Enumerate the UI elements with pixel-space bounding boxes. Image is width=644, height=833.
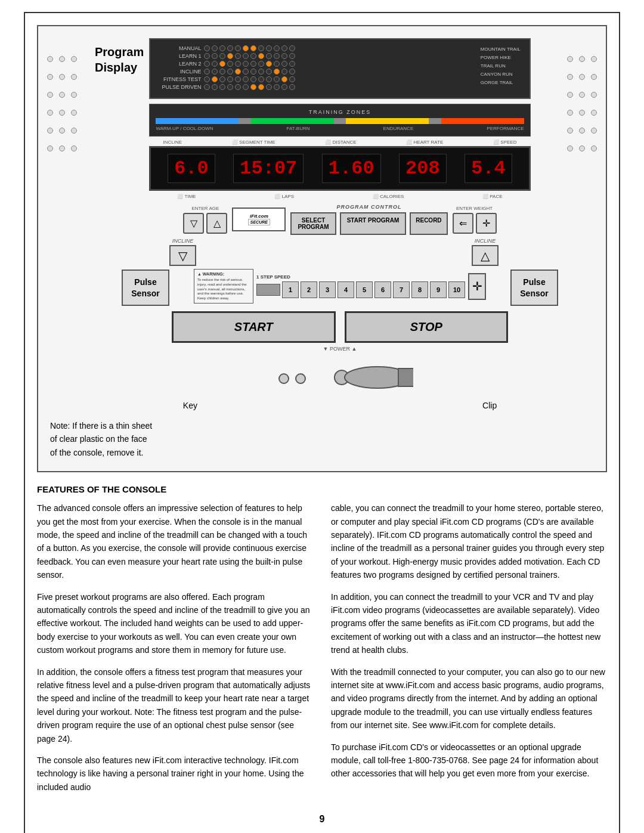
ifit-secure-label: SECURE bbox=[248, 219, 270, 225]
trail-mountain: MOUNTAIN TRAIL bbox=[481, 45, 521, 54]
dot bbox=[266, 84, 272, 90]
dot bbox=[266, 76, 272, 82]
weight-arrows: ⇐ ✛ bbox=[453, 213, 497, 234]
dot-lit bbox=[258, 84, 264, 90]
calories-display: 208 bbox=[399, 154, 447, 183]
speed-btn-10[interactable]: 10 bbox=[448, 281, 465, 298]
outer-dot bbox=[47, 128, 53, 134]
outer-dot bbox=[591, 128, 597, 134]
start-program-button[interactable]: START PROGRAM bbox=[340, 212, 407, 235]
pace-label: ⬜ PACE bbox=[482, 194, 502, 199]
incline-down-button[interactable]: ▽ bbox=[169, 245, 196, 266]
zone-warmup bbox=[156, 118, 239, 124]
outer-dot bbox=[47, 145, 53, 151]
dot bbox=[227, 45, 233, 51]
outer-dot-row bbox=[47, 110, 77, 116]
dot bbox=[266, 53, 272, 59]
dot bbox=[243, 84, 249, 90]
dot bbox=[235, 61, 241, 67]
age-up-button[interactable]: △ bbox=[206, 213, 227, 234]
pace-display: 5.4 bbox=[465, 154, 512, 183]
dot-lit bbox=[227, 53, 233, 59]
select-program-button[interactable]: SELECTPROGRAM bbox=[290, 212, 336, 235]
speed-btn-8[interactable]: 8 bbox=[411, 281, 428, 298]
incline-display: 6.0 bbox=[168, 154, 215, 183]
segment-time-label: ⬜ SEGMENT TIME bbox=[232, 140, 275, 145]
dot bbox=[274, 76, 280, 82]
dot bbox=[212, 69, 218, 75]
outer-dot bbox=[591, 74, 597, 80]
speed-plus-button[interactable]: ✛ bbox=[468, 273, 486, 300]
outer-dot bbox=[579, 56, 585, 62]
outer-dot bbox=[59, 56, 65, 62]
outer-dot bbox=[59, 110, 65, 116]
dot-lit bbox=[212, 76, 218, 82]
zone-performance bbox=[441, 118, 524, 124]
outer-dot bbox=[59, 92, 65, 98]
power-label: ▼ POWER ▲ bbox=[116, 346, 564, 352]
program-row-learn1: LEARN 1 bbox=[159, 53, 469, 59]
outer-dot bbox=[567, 145, 573, 151]
speed-btn-9[interactable]: 9 bbox=[430, 281, 447, 298]
page-container: ProgramDisplay bbox=[24, 12, 620, 833]
clip-label: Clip bbox=[482, 401, 497, 410]
weight-plus-button[interactable]: ✛ bbox=[476, 213, 497, 234]
calories-label: ⬜ CALORIES bbox=[373, 194, 404, 199]
dot bbox=[289, 45, 295, 51]
outer-dot bbox=[591, 56, 597, 62]
program-row-pulse: PULSE DRIVEN bbox=[159, 84, 469, 90]
learn2-dots bbox=[204, 61, 295, 67]
training-zones: TRAINING ZONES WARM-UP / COOL-DOWN FAT-B… bbox=[149, 104, 530, 137]
speed-top-label: ⬜ SPEED bbox=[493, 140, 516, 145]
record-button[interactable]: RECORD bbox=[410, 212, 447, 235]
pulse-sensor-right: PulseSensor bbox=[510, 270, 558, 305]
speed-btn-5[interactable]: 5 bbox=[356, 281, 373, 298]
outer-dot-row bbox=[567, 56, 597, 62]
features-right-p4: To purchase iFit.com CD's or videocasset… bbox=[331, 741, 607, 781]
incline-up-button[interactable]: △ bbox=[472, 245, 499, 266]
dot bbox=[219, 69, 225, 75]
dot bbox=[235, 84, 241, 90]
zone-label-performance: PERFORMANCE bbox=[487, 126, 524, 131]
outer-dot bbox=[47, 92, 53, 98]
speed-flat-button[interactable] bbox=[256, 284, 280, 296]
dot bbox=[250, 53, 256, 59]
outer-dot-row bbox=[47, 128, 77, 134]
outer-dot bbox=[59, 128, 65, 134]
metrics-labels-top: INCLINE ⬜ SEGMENT TIME ⬜ DISTANCE ⬜ HEAR… bbox=[138, 140, 542, 145]
outer-dot-row bbox=[567, 145, 597, 151]
warning-text: To reduce the risk of serious injury, re… bbox=[197, 278, 250, 301]
speed-btn-2[interactable]: 2 bbox=[301, 281, 317, 298]
fitness-dots bbox=[204, 76, 295, 82]
incline-right-label: INCLINE bbox=[475, 238, 496, 244]
dot bbox=[243, 61, 249, 67]
power-dot-left bbox=[278, 373, 289, 384]
dot bbox=[289, 61, 295, 67]
outer-dot-row bbox=[47, 92, 77, 98]
incline-left-label: INCLINE bbox=[172, 238, 194, 244]
speed-btn-4[interactable]: 4 bbox=[338, 281, 354, 298]
speed-btn-3[interactable]: 3 bbox=[319, 281, 336, 298]
start-button[interactable]: START bbox=[172, 311, 336, 343]
dot-lit bbox=[250, 45, 256, 51]
key-clip-svg bbox=[324, 363, 413, 392]
dot bbox=[227, 84, 233, 90]
features-right-p1: cable, you can connect the treadmill to … bbox=[331, 501, 607, 581]
enter-age-section: ENTER AGE ▽ △ bbox=[183, 206, 227, 234]
features-left-p2: Five preset workout programs are also of… bbox=[37, 590, 313, 657]
dot bbox=[219, 84, 225, 90]
speed-btn-7[interactable]: 7 bbox=[393, 281, 410, 298]
outer-dot-row bbox=[47, 74, 77, 80]
program-row-learn2: LEARN 2 bbox=[159, 61, 469, 67]
zones-labels: WARM-UP / COOL-DOWN FAT-BURN ENDURANCE P… bbox=[156, 126, 524, 131]
program-control-buttons: SELECTPROGRAM START PROGRAM RECORD bbox=[290, 212, 447, 235]
stop-button[interactable]: STOP bbox=[345, 311, 509, 343]
weight-left-button[interactable]: ⇐ bbox=[453, 213, 473, 234]
dot bbox=[204, 53, 210, 59]
dot-lit bbox=[219, 61, 225, 67]
speed-btn-6[interactable]: 6 bbox=[374, 281, 391, 298]
program-control-label: PROGRAM CONTROL bbox=[336, 204, 401, 210]
dot bbox=[274, 53, 280, 59]
speed-btn-1[interactable]: 1 bbox=[282, 281, 299, 298]
age-down-button[interactable]: ▽ bbox=[183, 213, 204, 234]
